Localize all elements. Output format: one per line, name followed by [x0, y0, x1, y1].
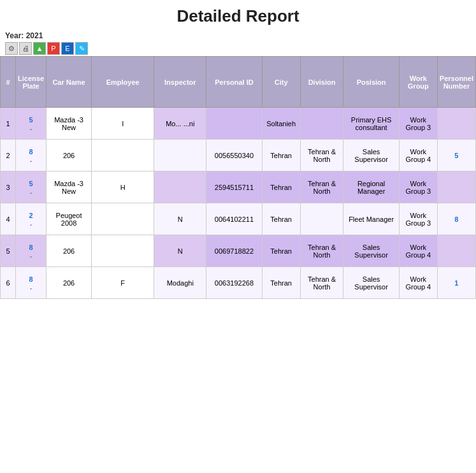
cell-license: 5 .	[16, 171, 47, 203]
table-row: 35 .Mazda -3 NewH2594515711TehranTehran …	[1, 171, 476, 203]
table-row: 15 .Mazda -3 NewIMo... ...niSoltaniehPri…	[1, 108, 476, 140]
cell-num: 6	[1, 267, 16, 299]
cell-division: Tehran & North	[300, 267, 343, 299]
cell-personnel: 8	[437, 203, 475, 235]
cell-num: 3	[1, 171, 16, 203]
cell-division: Tehran & North	[300, 171, 343, 203]
cell-personal-id: 0069718822	[206, 235, 262, 267]
edit-icon[interactable]: ✎	[75, 42, 88, 55]
cell-city: Tehran	[262, 267, 300, 299]
cell-city: Soltanieh	[262, 108, 300, 140]
report-title: Detailed Report	[0, 6, 476, 26]
cell-inspector	[154, 171, 206, 203]
cell-personal-id: 0064102211	[206, 203, 262, 235]
cell-position: Regional Manager	[343, 171, 399, 203]
col-header-num: #	[1, 57, 16, 108]
cell-car: 206	[47, 267, 92, 299]
cell-position: Primary EHS consultant	[343, 108, 399, 140]
col-header-position: Posision	[343, 57, 399, 108]
cell-position: Sales Supervisor	[343, 235, 399, 267]
cell-employee	[92, 235, 154, 267]
cell-employee: F	[92, 267, 154, 299]
cell-employee: H	[92, 171, 154, 203]
cell-workgroup: Work Group 3	[399, 108, 437, 140]
cell-workgroup: Work Group 4	[399, 267, 437, 299]
cell-personal-id: 0063192268	[206, 267, 262, 299]
toolbar-icons: ⚙ 🖨 ▲ P E ✎	[5, 42, 471, 55]
cell-personal-id	[206, 108, 262, 140]
export-icon[interactable]: ▲	[33, 42, 46, 55]
cell-city: Tehran	[262, 140, 300, 171]
table-body: 15 .Mazda -3 NewIMo... ...niSoltaniehPri…	[1, 108, 476, 299]
col-header-employee: Employee	[92, 57, 154, 108]
year-label: Year: 2021	[5, 31, 471, 40]
cell-inspector	[154, 140, 206, 171]
col-header-workgroup: Work Group	[399, 57, 437, 108]
settings-icon[interactable]: ⚙	[5, 42, 18, 55]
cell-car: Mazda -3 New	[47, 171, 92, 203]
cell-inspector: Modaghi	[154, 267, 206, 299]
col-header-personnel: Personnel Number	[437, 57, 475, 108]
cell-license: 5 .	[16, 108, 47, 140]
cell-division	[300, 203, 343, 235]
cell-workgroup: Work Group 3	[399, 171, 437, 203]
cell-inspector: N	[154, 235, 206, 267]
col-header-inspector: Inspector	[154, 57, 206, 108]
table-row: 58 .206N0069718822TehranTehran & NorthSa…	[1, 235, 476, 267]
cell-license: 8 .	[16, 235, 47, 267]
cell-division: Tehran & North	[300, 235, 343, 267]
cell-employee: I	[92, 108, 154, 140]
col-header-license: License Plate	[16, 57, 47, 108]
cell-license: 8 .	[16, 267, 47, 299]
cell-personnel	[437, 108, 475, 140]
cell-division	[300, 108, 343, 140]
cell-personnel	[437, 235, 475, 267]
table-row: 28 .2060056550340TehranTehran & NorthSal…	[1, 140, 476, 171]
table-row: 68 .206FModaghi0063192268TehranTehran & …	[1, 267, 476, 299]
cell-num: 5	[1, 235, 16, 267]
excel-icon[interactable]: E	[61, 42, 74, 55]
report-table-wrapper: # License Plate Car Name Employee Inspec…	[0, 56, 476, 299]
cell-personnel	[437, 171, 475, 203]
cell-position: Fleet Manager	[343, 203, 399, 235]
cell-employee	[92, 140, 154, 171]
cell-num: 1	[1, 108, 16, 140]
cell-city: Tehran	[262, 203, 300, 235]
page-header: Detailed Report	[0, 0, 476, 29]
col-header-division: Division	[300, 57, 343, 108]
table-row: 42 .Peugeot 2008N0064102211TehranFleet M…	[1, 203, 476, 235]
table-header-row: # License Plate Car Name Employee Inspec…	[1, 57, 476, 108]
cell-personal-id: 2594515711	[206, 171, 262, 203]
cell-personnel: 1	[437, 267, 475, 299]
cell-workgroup: Work Group 4	[399, 235, 437, 267]
cell-car: 206	[47, 140, 92, 171]
cell-personal-id: 0056550340	[206, 140, 262, 171]
cell-num: 2	[1, 140, 16, 171]
cell-workgroup: Work Group 4	[399, 140, 437, 171]
report-table: # License Plate Car Name Employee Inspec…	[0, 56, 476, 299]
cell-position: Sales Supervisor	[343, 140, 399, 171]
cell-num: 4	[1, 203, 16, 235]
toolbar: Year: 2021 ⚙ 🖨 ▲ P E ✎	[0, 29, 476, 56]
cell-license: 8 .	[16, 140, 47, 171]
cell-car: Peugeot 2008	[47, 203, 92, 235]
cell-city: Tehran	[262, 171, 300, 203]
cell-employee	[92, 203, 154, 235]
cell-car: Mazda -3 New	[47, 108, 92, 140]
cell-inspector: Mo... ...ni	[154, 108, 206, 140]
cell-personnel: 5	[437, 140, 475, 171]
cell-division: Tehran & North	[300, 140, 343, 171]
cell-inspector: N	[154, 203, 206, 235]
pdf-icon[interactable]: P	[47, 42, 60, 55]
cell-city: Tehran	[262, 235, 300, 267]
cell-workgroup: Work Group 3	[399, 203, 437, 235]
cell-license: 2 .	[16, 203, 47, 235]
print-icon[interactable]: 🖨	[19, 42, 32, 55]
col-header-city: City	[262, 57, 300, 108]
cell-car: 206	[47, 235, 92, 267]
col-header-personal: Personal ID	[206, 57, 262, 108]
cell-position: Sales Supervisor	[343, 267, 399, 299]
col-header-car: Car Name	[47, 57, 92, 108]
